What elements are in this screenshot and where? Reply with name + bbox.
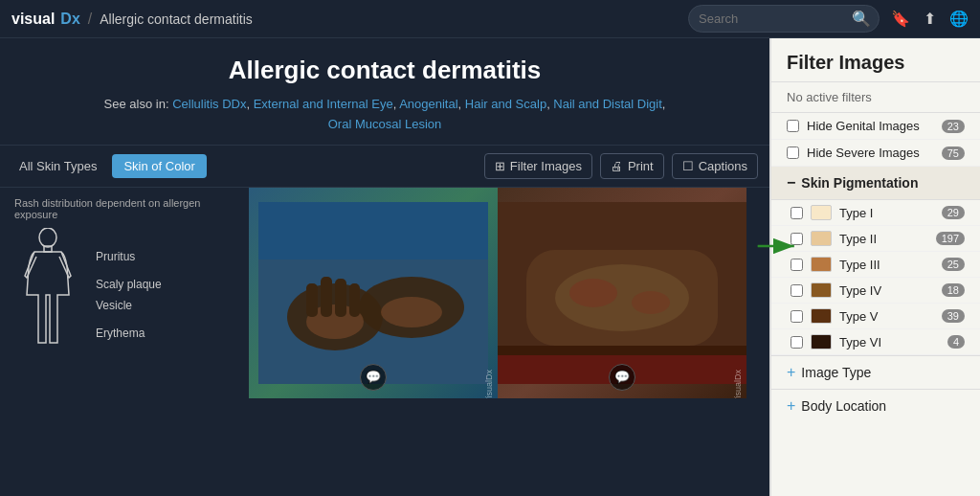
body-location-label: Body Location: [801, 398, 886, 414]
filter-panel: Filter Images No active filters Hide Gen…: [769, 38, 980, 496]
skin-type-label-2: Type III: [839, 258, 880, 272]
see-also-label: See also in:: [104, 97, 169, 111]
skin-type-count-1: 197: [936, 232, 965, 245]
symptom-erythema: Erythema: [96, 324, 162, 345]
symptoms-list: Pruritus Scaly plaque Vesicle Erythema: [96, 228, 162, 345]
see-also-anogenital[interactable]: Anogenital: [399, 97, 457, 111]
symptom-pruritus: Pruritus: [96, 247, 162, 268]
captions-label: Captions: [699, 159, 747, 173]
skin-pigmentation-section[interactable]: − Skin Pigmentation: [771, 167, 980, 200]
breadcrumb-sep: /: [88, 11, 92, 28]
filter-images-label: Filter Images: [510, 159, 582, 173]
watermark-2: © 2012 VisualDx: [733, 370, 743, 398]
skin-type-row-2: Type III 25: [771, 252, 980, 278]
svg-rect-8: [321, 277, 332, 317]
hide-genital-checkbox[interactable]: [787, 120, 799, 132]
skin-type-checkbox-3[interactable]: [791, 284, 803, 297]
skin-type-label-5: Type VI: [839, 335, 881, 349]
topbar-actions: 🔖 ⬆ 🌐: [891, 10, 969, 28]
skin-type-count-5: 4: [947, 335, 965, 349]
skin-type-count-0: 29: [942, 206, 965, 219]
skin-of-color-button[interactable]: Skin of Color: [112, 154, 206, 178]
print-button[interactable]: 🖨 Print: [600, 153, 664, 179]
image-thumb-2[interactable]: 💬 © 2012 VisualDx: [498, 188, 746, 398]
skin-pigmentation-label: Skin Pigmentation: [801, 175, 918, 191]
captions-button[interactable]: ☐ Captions: [672, 153, 758, 179]
symptom-scaly: Scaly plaque: [96, 275, 162, 296]
skin-type-row-5: Type VI 4: [771, 329, 980, 355]
skin-swatch-2: [811, 257, 832, 272]
see-also-cellulitis[interactable]: Cellulitis DDx: [172, 97, 246, 111]
logo-dx: Dx: [60, 11, 79, 28]
condition-title: Allergic contact dermatitis: [19, 56, 750, 85]
body-outline-svg: [17, 228, 79, 352]
main-area: Allergic contact dermatitis See also in:…: [0, 38, 980, 496]
image-grid-area: Rash distribution dependent on allergen …: [0, 188, 769, 496]
search-icon: 🔍: [852, 10, 871, 28]
skin-type-checkbox-0[interactable]: [791, 207, 803, 219]
skin-swatch-0: [811, 205, 832, 220]
captions-icon: ☐: [682, 159, 694, 173]
topbar: visualDx / Allergic contact dermatitis 🔍…: [0, 0, 980, 38]
image-thumb-1[interactable]: 💬 © 2012 VisualDx: [249, 188, 498, 398]
skin-type-row-0: Type I 29: [771, 200, 980, 226]
print-icon: 🖨: [611, 159, 623, 173]
breadcrumb-title: Allergic contact dermatitis: [100, 11, 253, 27]
hide-genital-label: Hide Genital Images: [807, 119, 920, 133]
see-also-hair[interactable]: Hair and Scalp: [465, 97, 546, 111]
skin-type-count-2: 25: [942, 258, 965, 271]
skin-type-label-3: Type IV: [839, 283, 881, 298]
skin-swatch-4: [811, 308, 832, 324]
arrow-svg: [754, 232, 802, 260]
hide-genital-count: 23: [942, 120, 965, 133]
svg-point-16: [632, 291, 670, 314]
add-image-type-section[interactable]: + Image Type: [771, 355, 980, 389]
svg-rect-11: [258, 202, 488, 259]
svg-rect-7: [306, 283, 318, 317]
filter-panel-title: Filter Images: [771, 38, 980, 82]
no-active-filters: No active filters: [771, 82, 980, 113]
caption-button-1[interactable]: 💬: [360, 364, 387, 391]
add-body-location-section[interactable]: + Body Location: [771, 389, 980, 422]
see-also-oral[interactable]: Oral Mucosal Lesion: [328, 117, 442, 131]
globe-icon[interactable]: 🌐: [949, 10, 969, 28]
anatomy-body: Pruritus Scaly plaque Vesicle Erythema: [14, 228, 234, 352]
skin-types-list: Type I 29 Type II 197 Type III 25 Type I…: [771, 200, 980, 355]
content-area: Allergic contact dermatitis See also in:…: [0, 38, 769, 496]
share-icon[interactable]: ⬆: [924, 10, 936, 28]
hide-severe-count: 75: [942, 147, 965, 160]
all-skin-types-button[interactable]: All Skin Types: [11, 154, 104, 178]
skin-type-checkbox-4[interactable]: [791, 310, 803, 323]
skin-type-count-4: 39: [942, 309, 965, 323]
hand-illustration: [258, 202, 488, 384]
filter-images-button[interactable]: ⊞ Filter Images: [484, 153, 592, 179]
svg-point-0: [39, 228, 56, 247]
image-thumbnails: 💬 © 2012 VisualDx: [249, 188, 769, 496]
search-input[interactable]: [699, 11, 852, 26]
add-body-location-icon: +: [787, 397, 795, 415]
svg-rect-9: [335, 279, 346, 317]
bookmark-icon[interactable]: 🔖: [891, 10, 910, 28]
logo[interactable]: visualDx: [11, 11, 80, 28]
skin-type-count-3: 18: [942, 283, 965, 297]
watermark-1: © 2012 VisualDx: [484, 370, 494, 398]
filter-icon: ⊞: [495, 159, 505, 173]
anatomy-description: Rash distribution dependent on allergen …: [14, 197, 234, 220]
caption-button-2[interactable]: 💬: [609, 364, 635, 391]
hide-severe-checkbox[interactable]: [787, 147, 799, 159]
filter-bar: All Skin Types Skin of Color ⊞ Filter Im…: [0, 145, 769, 188]
hide-severe-label: Hide Severe Images: [807, 146, 920, 160]
svg-point-15: [569, 279, 617, 307]
skin-type-row-4: Type V 39: [771, 304, 980, 329]
skin-type-checkbox-5[interactable]: [791, 336, 803, 349]
collapse-icon: −: [787, 174, 795, 192]
skin-type-label-1: Type II: [839, 232, 877, 246]
see-also-eye[interactable]: External and Internal Eye: [254, 97, 393, 111]
see-also-nail[interactable]: Nail and Distal Digit: [553, 97, 661, 111]
skin-type-row-3: Type IV 18: [771, 278, 980, 304]
skin-type-label-4: Type V: [839, 309, 878, 324]
search-bar[interactable]: 🔍: [688, 5, 880, 33]
add-image-type-icon: +: [787, 364, 795, 381]
svg-point-6: [381, 297, 442, 327]
hero-section: Allergic contact dermatitis See also in:…: [0, 38, 769, 145]
